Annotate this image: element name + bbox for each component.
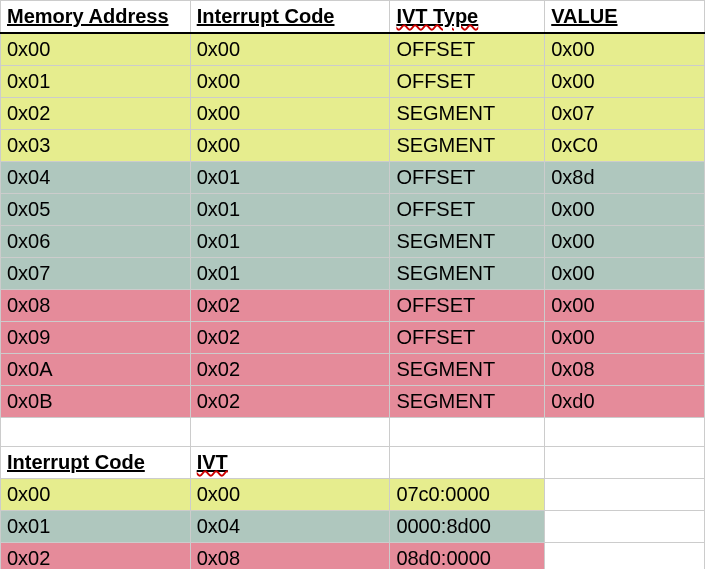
table-cell: 0x00: [545, 66, 705, 98]
blank-row: [1, 418, 705, 447]
table-cell: 0x00: [190, 479, 390, 511]
table-cell: 0x08: [1, 290, 191, 322]
header-interrupt-code: Interrupt Code: [190, 1, 390, 34]
table-row: 0x070x01SEGMENT0x00: [1, 258, 705, 290]
table-cell: 0x02: [190, 322, 390, 354]
table-cell: 0x00: [545, 226, 705, 258]
header2-blank1: [390, 447, 545, 479]
table-cell: 0x01: [190, 258, 390, 290]
table-cell: 0x01: [1, 511, 191, 543]
table-cell: 0x00: [190, 66, 390, 98]
table-cell: [545, 543, 705, 570]
table-cell: 0x07: [545, 98, 705, 130]
table-row: 0x010x00OFFSET0x00: [1, 66, 705, 98]
table-cell: 0x00: [190, 33, 390, 66]
table-cell: 0x04: [1, 162, 191, 194]
table-cell: 0x00: [1, 33, 191, 66]
table-cell: OFFSET: [390, 66, 545, 98]
table-row: 0x030x00SEGMENT0xC0: [1, 130, 705, 162]
table-cell: 0x00: [190, 98, 390, 130]
table-cell: 0x8d: [545, 162, 705, 194]
table-cell: 0x01: [190, 226, 390, 258]
table-cell: 0xC0: [545, 130, 705, 162]
table-cell: 0x02: [190, 354, 390, 386]
table-cell: 0x00: [545, 194, 705, 226]
table-cell: 0x00: [545, 322, 705, 354]
table-row: 0x050x01OFFSET0x00: [1, 194, 705, 226]
header-ivt-type: IVT Type: [390, 1, 545, 34]
table-row: 0x040x01OFFSET0x8d: [1, 162, 705, 194]
table-cell: 0x00: [545, 290, 705, 322]
table-cell: 0x02: [1, 98, 191, 130]
table-cell: 0x01: [1, 66, 191, 98]
table-cell: 0x02: [1, 543, 191, 570]
header2-ivt: IVT: [190, 447, 390, 479]
table-cell: [545, 511, 705, 543]
table-cell: SEGMENT: [390, 354, 545, 386]
table-row: 0x020x0808d0:0000: [1, 543, 705, 570]
table-cell: 0xd0: [545, 386, 705, 418]
table-cell: 0x0B: [1, 386, 191, 418]
table-cell: 0x02: [190, 290, 390, 322]
table-cell: OFFSET: [390, 322, 545, 354]
table-row: 0x000x00OFFSET0x00: [1, 33, 705, 66]
table2-header-row: Interrupt Code IVT: [1, 447, 705, 479]
table-row: 0x080x02OFFSET0x00: [1, 290, 705, 322]
table-row: 0x0A0x02SEGMENT0x08: [1, 354, 705, 386]
table-cell: 0x00: [190, 130, 390, 162]
table-row: 0x020x00SEGMENT0x07: [1, 98, 705, 130]
table-cell: OFFSET: [390, 290, 545, 322]
table-cell: 0x09: [1, 322, 191, 354]
table-cell: 0x07: [1, 258, 191, 290]
table-cell: 0x02: [190, 386, 390, 418]
header-value: VALUE: [545, 1, 705, 34]
table-cell: SEGMENT: [390, 258, 545, 290]
table-cell: OFFSET: [390, 162, 545, 194]
table-cell: SEGMENT: [390, 98, 545, 130]
table-cell: 0x0A: [1, 354, 191, 386]
table-cell: 0x06: [1, 226, 191, 258]
table-cell: 0000:8d00: [390, 511, 545, 543]
table-cell: 0x01: [190, 162, 390, 194]
header2-blank2: [545, 447, 705, 479]
table-cell: SEGMENT: [390, 130, 545, 162]
table-row: 0x0B0x02SEGMENT0xd0: [1, 386, 705, 418]
table-row: 0x090x02OFFSET0x00: [1, 322, 705, 354]
table-row: 0x010x040000:8d00: [1, 511, 705, 543]
table-cell: 0x04: [190, 511, 390, 543]
table1-header-row: Memory Address Interrupt Code IVT Type V…: [1, 1, 705, 34]
table-cell: OFFSET: [390, 33, 545, 66]
table-cell: 0x01: [190, 194, 390, 226]
table-row: 0x000x0007c0:0000: [1, 479, 705, 511]
table-cell: 0x00: [545, 258, 705, 290]
table-cell: OFFSET: [390, 194, 545, 226]
header2-interrupt-code: Interrupt Code: [1, 447, 191, 479]
header-memory-address: Memory Address: [1, 1, 191, 34]
table-row: 0x060x01SEGMENT0x00: [1, 226, 705, 258]
table-cell: 0x08: [190, 543, 390, 570]
ivt-table: Memory Address Interrupt Code IVT Type V…: [0, 0, 705, 569]
table-cell: SEGMENT: [390, 226, 545, 258]
table-cell: 07c0:0000: [390, 479, 545, 511]
table-cell: 0x05: [1, 194, 191, 226]
table-cell: 0x00: [1, 479, 191, 511]
table-cell: 08d0:0000: [390, 543, 545, 570]
table-cell: 0x08: [545, 354, 705, 386]
table-cell: SEGMENT: [390, 386, 545, 418]
table-cell: 0x03: [1, 130, 191, 162]
table-cell: [545, 479, 705, 511]
table-cell: 0x00: [545, 33, 705, 66]
